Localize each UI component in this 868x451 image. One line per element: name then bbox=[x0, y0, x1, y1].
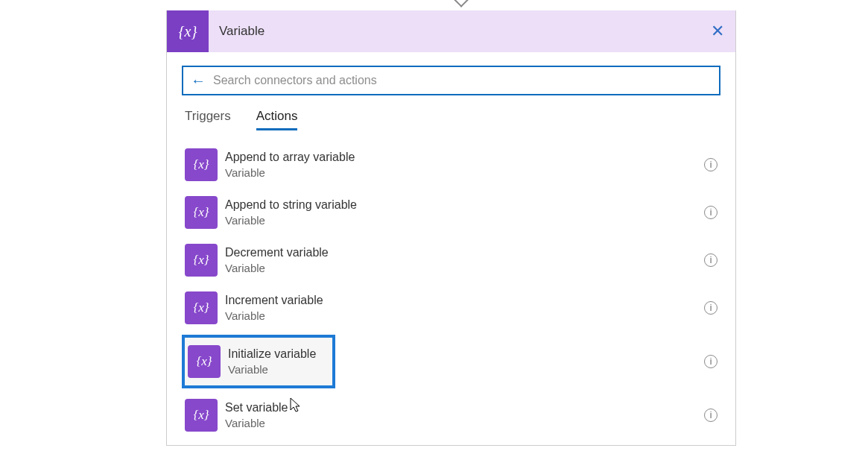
action-title: Append to array variable bbox=[225, 150, 355, 165]
flow-arrow-down-icon bbox=[454, 0, 469, 7]
tab-triggers[interactable]: Triggers bbox=[185, 109, 231, 128]
action-title: Set variable bbox=[225, 400, 288, 416]
panel-body: ← Triggers Actions {x} Append to array v… bbox=[167, 52, 735, 445]
action-list: {x} Append to array variable Variable i … bbox=[182, 141, 720, 445]
list-item[interactable]: {x} Set variable Variable i bbox=[182, 391, 720, 439]
variable-icon: {x} bbox=[185, 291, 218, 324]
list-item[interactable]: {x} Initialize variable Variable i bbox=[182, 335, 720, 388]
action-text: Initialize variable Variable bbox=[228, 347, 316, 376]
info-icon[interactable]: i bbox=[704, 355, 717, 368]
tabs: Triggers Actions bbox=[185, 109, 720, 130]
highlighted-action[interactable]: {x} Initialize variable Variable bbox=[182, 335, 335, 388]
info-icon[interactable]: i bbox=[704, 158, 717, 171]
variable-icon: {x} bbox=[185, 148, 218, 181]
action-sub: Variable bbox=[225, 416, 288, 431]
action-sub: Variable bbox=[228, 362, 316, 377]
search-input[interactable] bbox=[213, 74, 712, 87]
action-picker-panel: {x} Variable ✕ ← Triggers Actions {x} Ap… bbox=[166, 10, 736, 446]
action-text: Decrement variable Variable bbox=[225, 245, 329, 275]
list-item[interactable]: {x} Append to array variable Variable i bbox=[182, 141, 720, 189]
info-icon[interactable]: i bbox=[704, 253, 717, 267]
action-title: Decrement variable bbox=[225, 245, 329, 261]
list-item[interactable]: {x} Decrement variable Variable i bbox=[182, 236, 720, 284]
back-arrow-icon[interactable]: ← bbox=[191, 72, 206, 89]
info-icon[interactable]: i bbox=[704, 206, 717, 219]
action-text: Append to array variable Variable bbox=[225, 150, 355, 180]
variable-icon-glyph: {x} bbox=[179, 23, 197, 40]
action-title: Append to string variable bbox=[225, 198, 357, 213]
info-icon[interactable]: i bbox=[704, 409, 717, 422]
list-item[interactable]: {x} Increment variable Variable i bbox=[182, 284, 720, 332]
action-title: Increment variable bbox=[225, 293, 323, 309]
close-button[interactable]: ✕ bbox=[700, 22, 735, 41]
info-icon[interactable]: i bbox=[704, 301, 717, 315]
close-icon: ✕ bbox=[711, 22, 724, 41]
search-field-wrap: ← bbox=[182, 66, 720, 95]
action-sub: Variable bbox=[225, 165, 355, 180]
variable-icon: {x} bbox=[188, 345, 221, 378]
panel-header: {x} Variable ✕ bbox=[167, 10, 735, 52]
tab-actions[interactable]: Actions bbox=[256, 109, 298, 130]
action-text: Append to string variable Variable bbox=[225, 198, 357, 227]
variable-icon: {x} bbox=[185, 399, 218, 432]
variable-icon: {x} bbox=[185, 196, 218, 229]
action-text: Set variable Variable bbox=[225, 400, 288, 430]
action-sub: Variable bbox=[225, 213, 357, 228]
action-text: Increment variable Variable bbox=[225, 293, 323, 323]
panel-title: Variable bbox=[209, 24, 700, 39]
action-title: Initialize variable bbox=[228, 347, 316, 362]
action-sub: Variable bbox=[225, 309, 323, 324]
variable-icon: {x} bbox=[185, 244, 218, 277]
variable-connector-icon: {x} bbox=[167, 10, 209, 52]
list-item[interactable]: {x} Append to string variable Variable i bbox=[182, 189, 720, 236]
action-sub: Variable bbox=[225, 261, 329, 276]
